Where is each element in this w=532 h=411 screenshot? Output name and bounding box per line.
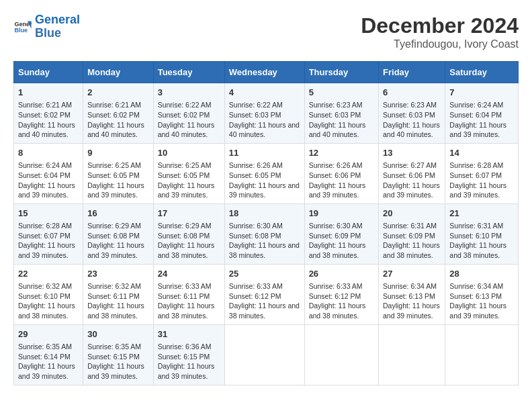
sunrise-text: Sunrise: 6:35 AM bbox=[87, 342, 149, 352]
day-number: 18 bbox=[229, 208, 300, 220]
day-number: 21 bbox=[449, 208, 514, 220]
calendar-cell: 20Sunrise: 6:31 AMSunset: 6:09 PMDayligh… bbox=[379, 203, 445, 264]
sunrise-text: Sunrise: 6:23 AM bbox=[309, 100, 374, 110]
sunrise-text: Sunrise: 6:29 AM bbox=[87, 221, 149, 231]
calendar-cell: 14Sunrise: 6:28 AMSunset: 6:07 PMDayligh… bbox=[445, 143, 519, 203]
day-number: 3 bbox=[158, 87, 220, 99]
daylight-text: Daylight: 11 hours and 38 minutes. bbox=[18, 301, 79, 320]
day-number: 13 bbox=[383, 147, 441, 159]
main-title: December 2024 bbox=[361, 13, 519, 38]
calendar-cell: 3Sunrise: 6:22 AMSunset: 6:02 PMDaylight… bbox=[153, 83, 224, 144]
sunset-text: Sunset: 6:05 PM bbox=[158, 171, 220, 181]
daylight-text: Daylight: 11 hours and 38 minutes. bbox=[449, 240, 514, 260]
sunrise-text: Sunrise: 6:34 AM bbox=[449, 281, 514, 291]
sunset-text: Sunset: 6:09 PM bbox=[309, 231, 374, 241]
week-row-5: 29Sunrise: 6:35 AMSunset: 6:14 PMDayligh… bbox=[14, 324, 519, 385]
day-number: 28 bbox=[449, 268, 514, 280]
sunrise-text: Sunrise: 6:35 AM bbox=[18, 342, 79, 352]
daylight-text: Daylight: 11 hours and 38 minutes. bbox=[383, 240, 441, 260]
daylight-text: Daylight: 11 hours and 39 minutes. bbox=[383, 301, 441, 320]
daylight-text: Daylight: 11 hours and 39 minutes. bbox=[87, 181, 149, 200]
calendar-cell: 5Sunrise: 6:23 AMSunset: 6:03 PMDaylight… bbox=[304, 83, 378, 144]
daylight-text: Daylight: 11 hours and 39 minutes. bbox=[158, 361, 220, 381]
daylight-text: Daylight: 11 hours and 39 minutes. bbox=[383, 181, 441, 200]
sunrise-text: Sunrise: 6:30 AM bbox=[229, 221, 300, 231]
day-number: 7 bbox=[449, 87, 514, 99]
calendar-cell: 24Sunrise: 6:33 AMSunset: 6:11 PMDayligh… bbox=[153, 264, 224, 324]
week-row-3: 15Sunrise: 6:28 AMSunset: 6:07 PMDayligh… bbox=[14, 203, 519, 264]
calendar-cell bbox=[379, 324, 445, 385]
calendar-cell: 23Sunrise: 6:32 AMSunset: 6:11 PMDayligh… bbox=[83, 264, 154, 324]
calendar-cell: 27Sunrise: 6:34 AMSunset: 6:13 PMDayligh… bbox=[379, 264, 445, 324]
day-number: 17 bbox=[158, 208, 220, 220]
daylight-text: Daylight: 11 hours and 38 minutes. bbox=[229, 240, 300, 260]
day-number: 9 bbox=[87, 147, 149, 159]
col-header-monday: Monday bbox=[83, 62, 154, 83]
col-header-sunday: Sunday bbox=[14, 62, 83, 83]
day-number: 1 bbox=[18, 87, 79, 99]
sunrise-text: Sunrise: 6:34 AM bbox=[383, 281, 441, 291]
daylight-text: Daylight: 11 hours and 39 minutes. bbox=[87, 361, 149, 381]
sunrise-text: Sunrise: 6:21 AM bbox=[87, 100, 149, 110]
day-number: 26 bbox=[309, 268, 374, 280]
sunrise-text: Sunrise: 6:28 AM bbox=[449, 161, 514, 171]
calendar-cell: 7Sunrise: 6:24 AMSunset: 6:04 PMDaylight… bbox=[445, 83, 519, 144]
calendar-cell: 13Sunrise: 6:27 AMSunset: 6:06 PMDayligh… bbox=[379, 143, 445, 203]
sunset-text: Sunset: 6:03 PM bbox=[229, 110, 300, 120]
day-number: 23 bbox=[87, 268, 149, 280]
day-number: 27 bbox=[383, 268, 441, 280]
sunrise-text: Sunrise: 6:28 AM bbox=[18, 221, 79, 231]
daylight-text: Daylight: 11 hours and 39 minutes. bbox=[309, 181, 374, 200]
day-number: 10 bbox=[158, 147, 220, 159]
daylight-text: Daylight: 11 hours and 40 minutes. bbox=[229, 120, 300, 140]
calendar-cell: 15Sunrise: 6:28 AMSunset: 6:07 PMDayligh… bbox=[14, 203, 83, 264]
sunset-text: Sunset: 6:10 PM bbox=[18, 291, 79, 302]
day-number: 12 bbox=[309, 147, 374, 159]
day-number: 5 bbox=[309, 87, 374, 99]
calendar-cell: 1Sunrise: 6:21 AMSunset: 6:02 PMDaylight… bbox=[14, 83, 83, 144]
sunset-text: Sunset: 6:06 PM bbox=[309, 171, 374, 181]
title-block: December 2024 Tyefindougou, Ivory Coast bbox=[361, 13, 519, 50]
day-number: 24 bbox=[158, 268, 220, 280]
calendar-cell: 19Sunrise: 6:30 AMSunset: 6:09 PMDayligh… bbox=[304, 203, 378, 264]
daylight-text: Daylight: 11 hours and 39 minutes. bbox=[449, 301, 514, 320]
daylight-text: Daylight: 11 hours and 39 minutes. bbox=[158, 181, 220, 200]
sunrise-text: Sunrise: 6:30 AM bbox=[309, 221, 374, 231]
logo-line1: General bbox=[35, 13, 80, 26]
sunset-text: Sunset: 6:13 PM bbox=[383, 291, 441, 302]
sunset-text: Sunset: 6:04 PM bbox=[18, 171, 79, 181]
sunset-text: Sunset: 6:02 PM bbox=[87, 110, 149, 120]
sunset-text: Sunset: 6:07 PM bbox=[18, 231, 79, 241]
day-number: 22 bbox=[18, 268, 79, 280]
sunset-text: Sunset: 6:05 PM bbox=[87, 171, 149, 181]
calendar-table: SundayMondayTuesdayWednesdayThursdayFrid… bbox=[13, 61, 519, 385]
sunset-text: Sunset: 6:02 PM bbox=[158, 110, 220, 120]
calendar-cell: 25Sunrise: 6:33 AMSunset: 6:12 PMDayligh… bbox=[224, 264, 304, 324]
sunrise-text: Sunrise: 6:24 AM bbox=[449, 100, 514, 110]
sunset-text: Sunset: 6:10 PM bbox=[449, 231, 514, 241]
daylight-text: Daylight: 11 hours and 39 minutes. bbox=[449, 181, 514, 200]
day-number: 16 bbox=[87, 208, 149, 220]
col-header-tuesday: Tuesday bbox=[153, 62, 224, 83]
col-header-saturday: Saturday bbox=[445, 62, 519, 83]
col-header-thursday: Thursday bbox=[304, 62, 378, 83]
week-row-1: 1Sunrise: 6:21 AMSunset: 6:02 PMDaylight… bbox=[14, 83, 519, 144]
calendar-cell: 2Sunrise: 6:21 AMSunset: 6:02 PMDaylight… bbox=[83, 83, 154, 144]
daylight-text: Daylight: 11 hours and 39 minutes. bbox=[449, 120, 514, 140]
day-number: 4 bbox=[229, 87, 300, 99]
sunrise-text: Sunrise: 6:31 AM bbox=[383, 221, 441, 231]
calendar-cell: 18Sunrise: 6:30 AMSunset: 6:08 PMDayligh… bbox=[224, 203, 304, 264]
day-number: 30 bbox=[87, 328, 149, 340]
sunset-text: Sunset: 6:12 PM bbox=[309, 291, 374, 302]
sunset-text: Sunset: 6:08 PM bbox=[87, 231, 149, 241]
sunrise-text: Sunrise: 6:26 AM bbox=[309, 161, 374, 171]
sunset-text: Sunset: 6:03 PM bbox=[309, 110, 374, 120]
sunrise-text: Sunrise: 6:24 AM bbox=[18, 161, 79, 171]
calendar-cell: 12Sunrise: 6:26 AMSunset: 6:06 PMDayligh… bbox=[304, 143, 378, 203]
sunset-text: Sunset: 6:15 PM bbox=[87, 352, 149, 362]
calendar-cell: 29Sunrise: 6:35 AMSunset: 6:14 PMDayligh… bbox=[14, 324, 83, 385]
day-number: 31 bbox=[158, 328, 220, 340]
week-row-2: 8Sunrise: 6:24 AMSunset: 6:04 PMDaylight… bbox=[14, 143, 519, 203]
sunset-text: Sunset: 6:11 PM bbox=[158, 291, 220, 302]
sunrise-text: Sunrise: 6:22 AM bbox=[158, 100, 220, 110]
